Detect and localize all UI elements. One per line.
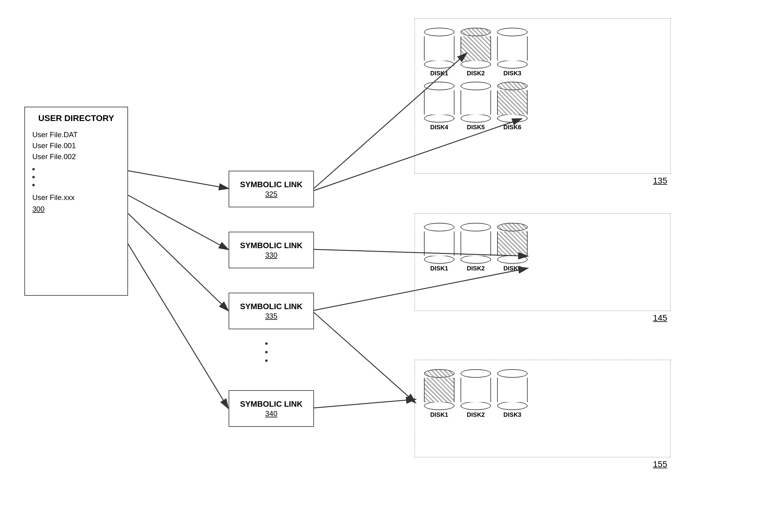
disk-label: DISK1 — [430, 411, 448, 418]
disk-bottom — [461, 60, 491, 69]
disk-top — [461, 28, 491, 36]
user-file-dat: User File.DAT — [32, 130, 120, 139]
dot-3 — [32, 184, 35, 186]
disk-body — [461, 231, 491, 256]
disk-135-2: DISK2 — [461, 28, 491, 77]
disk-135-6: DISK6 — [497, 82, 528, 131]
symlink-325-box: SYMBOLIC LINK 325 — [229, 171, 314, 207]
disk-label: DISK2 — [467, 411, 485, 418]
disk-bottom — [424, 402, 454, 410]
disk-body — [461, 36, 491, 61]
user-file-002: User File.002 — [32, 152, 120, 161]
disk-145-2: DISK2 — [461, 223, 491, 272]
disk-135-4: DISK4 — [424, 82, 454, 131]
disk-body — [424, 90, 454, 114]
disk-bottom — [461, 402, 491, 410]
disk-top — [497, 82, 528, 90]
symlink-dots — [265, 342, 267, 363]
dot-c — [265, 359, 267, 362]
disk-label: DISK6 — [503, 124, 521, 131]
disk-bottom — [497, 114, 528, 122]
user-file-xxx: User File.xxx — [32, 193, 120, 202]
disk-bottom — [461, 114, 491, 122]
symlink-335-label: SYMBOLIC LINK — [240, 302, 302, 312]
symlink-335-box: SYMBOLIC LINK 335 — [229, 293, 314, 329]
disk-135-3: DISK3 — [497, 28, 528, 77]
disk-label: DISK1 — [430, 265, 448, 272]
disk-label: DISK4 — [430, 124, 448, 131]
disk-label: DISK3 — [503, 265, 521, 272]
disk-body — [497, 36, 528, 61]
disk-label: DISK1 — [430, 70, 448, 77]
disk-group-135-id: 135 — [653, 176, 667, 186]
disk-135-5: DISK5 — [461, 82, 491, 131]
symlink-340-id: 340 — [265, 410, 277, 418]
disk-body — [497, 90, 528, 114]
disk-label: DISK2 — [467, 265, 485, 272]
symlink-330-label: SYMBOLIC LINK — [240, 241, 302, 251]
disk-body — [497, 231, 528, 256]
disk-top — [497, 369, 528, 378]
disk-top — [424, 223, 454, 231]
user-directory-id: 300 — [32, 205, 120, 213]
disk-bottom — [497, 255, 528, 264]
disk-group-135: DISK1 DISK2 DISK3 — [415, 18, 670, 174]
disk-bottom — [497, 402, 528, 410]
disk-top — [424, 369, 454, 378]
symlink-325-label: SYMBOLIC LINK — [240, 180, 302, 190]
arrow-dir-to-325 — [128, 171, 228, 189]
arrow-dir-to-340 — [128, 244, 228, 408]
disk-label: DISK3 — [503, 70, 521, 77]
disk-top — [424, 28, 454, 36]
disk-bottom — [461, 255, 491, 264]
arrow-dir-to-330 — [128, 195, 228, 249]
disk-145-3: DISK3 — [497, 223, 528, 272]
disk-group-155: DISK1 DISK2 DISK3 155 — [415, 360, 670, 457]
disk-row-135-1: DISK1 DISK2 DISK3 — [421, 28, 664, 77]
symlink-340-box: SYMBOLIC LINK 340 — [229, 390, 314, 427]
arrow-340-to-155-disk1 — [314, 399, 415, 408]
disk-body — [424, 231, 454, 256]
disk-row-145: DISK1 DISK2 DISK3 — [421, 223, 664, 272]
disk-155-1: DISK1 — [424, 369, 454, 418]
disk-label: DISK3 — [503, 411, 521, 418]
disk-155-3: DISK3 — [497, 369, 528, 418]
dots-group — [32, 167, 120, 187]
disk-top — [497, 28, 528, 36]
disk-bottom — [424, 114, 454, 122]
disk-155-2: DISK2 — [461, 369, 491, 418]
disk-group-145: DISK1 DISK2 DISK3 145 — [415, 213, 670, 311]
disk-top — [461, 369, 491, 378]
disk-bottom — [424, 60, 454, 69]
disk-group-155-id: 155 — [653, 459, 667, 469]
dot-1 — [32, 168, 35, 171]
disk-145-1: DISK1 — [424, 223, 454, 272]
user-directory-title: USER DIRECTORY — [32, 114, 120, 123]
arrow-dir-to-335 — [128, 213, 228, 310]
disk-label: DISK5 — [467, 124, 485, 131]
disk-bottom — [424, 255, 454, 264]
dot-a — [265, 342, 267, 345]
symlink-330-box: SYMBOLIC LINK 330 — [229, 232, 314, 268]
disk-top — [461, 82, 491, 90]
dot-2 — [32, 176, 35, 178]
disk-top — [424, 82, 454, 90]
disk-body — [497, 378, 528, 402]
disk-top — [497, 223, 528, 231]
disk-bottom — [497, 60, 528, 69]
disk-body — [424, 36, 454, 61]
symlink-330-id: 330 — [265, 251, 277, 260]
disk-body — [424, 378, 454, 402]
dot-b — [265, 351, 267, 353]
disk-body — [461, 378, 491, 402]
symlink-340-label: SYMBOLIC LINK — [240, 399, 302, 410]
symlink-335-id: 335 — [265, 312, 277, 320]
disk-body — [461, 90, 491, 114]
diagram-container: USER DIRECTORY User File.DAT User File.0… — [0, 0, 762, 532]
disk-row-155: DISK1 DISK2 DISK3 — [421, 369, 664, 418]
user-directory-box: USER DIRECTORY User File.DAT User File.0… — [24, 107, 128, 296]
disk-135-1: DISK1 — [424, 28, 454, 77]
user-file-001: User File.001 — [32, 141, 120, 150]
disk-row-135-2: DISK4 DISK5 DISK6 — [421, 82, 664, 131]
symlink-325-id: 325 — [265, 190, 277, 198]
